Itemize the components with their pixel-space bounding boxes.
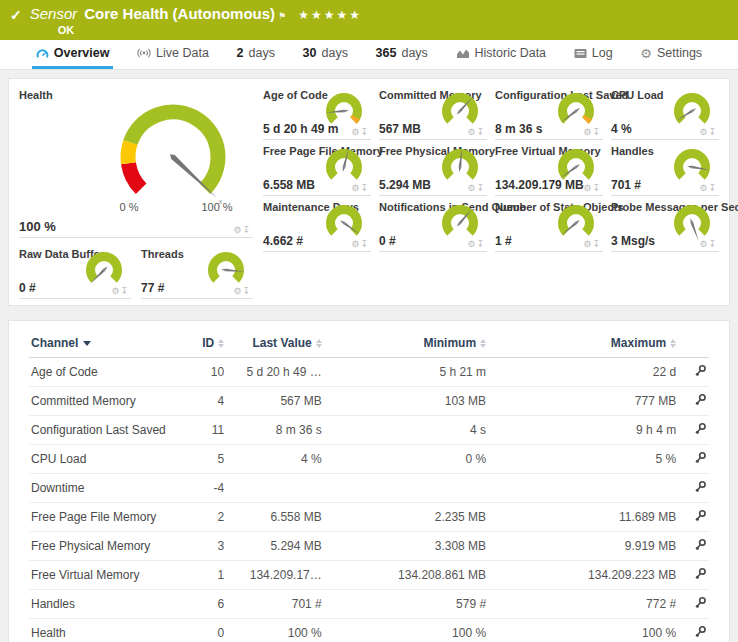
pin-icon[interactable]: ↧ [242, 225, 251, 235]
pin-icon[interactable]: ↧ [592, 127, 601, 137]
gauge-value: 1 # [495, 234, 512, 248]
channel-settings-wrench-icon[interactable] [678, 416, 709, 445]
pin-icon[interactable]: ↧ [360, 183, 369, 193]
tab-historic-data[interactable]: Historic Data [452, 40, 551, 69]
channel-row-configuration-last-saved: Configuration Last Saved118 m 36 s4 s9 h… [29, 416, 709, 445]
cell-min: 103 MB [324, 387, 488, 416]
tab-30-days[interactable]: 30days [299, 40, 352, 69]
column-header-id[interactable]: ID [185, 329, 226, 358]
cell-max [488, 474, 678, 503]
mini-gauge [321, 203, 367, 243]
tab-settings[interactable]: ⚙Settings [636, 40, 706, 69]
pin-icon[interactable]: ↧ [476, 239, 485, 249]
gauge-tile-threads: Threads 77 # ⚙↧ [141, 244, 253, 299]
channel-settings-wrench-icon[interactable] [678, 590, 709, 619]
health-gauge-tile: Health x0 %100 % 100 % ⚙↧ [19, 85, 253, 238]
cell-channel: Free Virtual Memory [29, 561, 185, 590]
column-header-maximum[interactable]: Maximum [488, 329, 678, 358]
gauge-label: Threads [141, 248, 184, 260]
channel-settings-wrench-icon[interactable] [678, 358, 709, 387]
gauge-value: 567 MB [379, 122, 421, 136]
tab-label: Overview [54, 46, 110, 60]
tab-log[interactable]: Log [570, 40, 617, 69]
cell-min: 3.308 MB [324, 532, 488, 561]
flag-icon[interactable]: ⚑ [278, 11, 286, 21]
channel-settings-wrench-icon[interactable] [678, 503, 709, 532]
tab-prefix: 365 [376, 46, 397, 60]
channel-row-age-of-code: Age of Code105 d 20 h 49 …5 h 21 m22 d [29, 358, 709, 387]
channel-settings-wrench-icon[interactable] [678, 561, 709, 590]
gauge-label: Handles [611, 145, 654, 157]
channels-panel: ChannelIDLast ValueMinimumMaximum Age of… [8, 320, 730, 642]
gauge-tile-free-page-file-memory: Free Page File Memory 6.558 MB ⚙↧ [263, 141, 371, 196]
broadcast-icon [137, 47, 151, 59]
pin-icon[interactable]: ↧ [476, 127, 485, 137]
cell-min: 0 % [324, 445, 488, 474]
channel-settings-wrench-icon[interactable] [678, 474, 709, 503]
gauge-tile-cpu-load: CPU Load 4 % ⚙↧ [611, 85, 719, 140]
mini-gauge [437, 203, 483, 243]
channel-settings-wrench-icon[interactable] [678, 532, 709, 561]
pin-icon[interactable]: ↧ [592, 239, 601, 249]
tab-overview[interactable]: Overview [32, 40, 114, 69]
channel-row-downtime: Downtime-4 [29, 474, 709, 503]
column-header-minimum[interactable]: Minimum [324, 329, 488, 358]
page-title: Core Health (Autonomous) [84, 5, 275, 22]
gauge-tile-raw-data-buffer: Raw Data Buffer 0 # ⚙↧ [19, 244, 131, 299]
gauge-tile-handles: Handles 701 # ⚙↧ [611, 141, 719, 196]
pin-icon[interactable]: ↧ [360, 127, 369, 137]
pin-icon[interactable]: ↧ [242, 286, 251, 296]
tab-prefix: 30 [303, 46, 317, 60]
pin-icon[interactable]: ↧ [360, 239, 369, 249]
cell-max: 9.919 MB [488, 532, 678, 561]
channel-settings-wrench-icon[interactable] [678, 387, 709, 416]
pin-icon[interactable]: ↧ [592, 183, 601, 193]
cell-id: -4 [185, 474, 226, 503]
mini-gauge [437, 91, 483, 131]
channel-settings-wrench-icon[interactable] [678, 619, 709, 642]
chart-icon [456, 47, 470, 59]
tab-365-days[interactable]: 365days [372, 40, 432, 69]
tab-2-days[interactable]: 2days [233, 40, 279, 69]
cell-id: 5 [185, 445, 226, 474]
cell-last [226, 474, 324, 503]
sort-icon [316, 339, 322, 348]
cell-id: 1 [185, 561, 226, 590]
tab-live-data[interactable]: Live Data [133, 40, 213, 69]
cell-channel: Handles [29, 590, 185, 619]
gauge-value: 4 % [611, 122, 632, 136]
mini-gauge [437, 147, 483, 187]
mini-gauge [669, 91, 715, 131]
column-header-channel[interactable]: Channel [29, 329, 185, 358]
priority-stars[interactable]: ★★★★★ [298, 8, 362, 22]
pin-icon[interactable]: ↧ [708, 183, 717, 193]
tab-label: Settings [657, 46, 702, 60]
cell-channel: Committed Memory [29, 387, 185, 416]
sort-icon [670, 339, 676, 348]
cell-max: 777 MB [488, 387, 678, 416]
channel-row-committed-memory: Committed Memory4567 MB103 MB777 MB [29, 387, 709, 416]
status-badge: OK [58, 24, 362, 36]
tab-label: days [249, 46, 275, 60]
sort-icon [480, 339, 486, 348]
gauge-tile-notifications-in-send-queue: Notifications in Send Queue 0 # ⚙↧ [379, 197, 487, 252]
tab-label: days [401, 46, 427, 60]
pin-icon[interactable]: ↧ [708, 127, 717, 137]
cell-max: 11.689 MB [488, 503, 678, 532]
pin-icon[interactable]: ↧ [708, 239, 717, 249]
channel-row-free-physical-memory: Free Physical Memory35.294 MB3.308 MB9.9… [29, 532, 709, 561]
cell-max: 22 d [488, 358, 678, 387]
gauge-value: 0 # [19, 281, 36, 295]
mini-gauge [553, 91, 599, 131]
pin-icon[interactable]: ↧ [476, 183, 485, 193]
channel-row-health: Health0100 %100 %100 % [29, 619, 709, 642]
cell-last: 6.558 MB [226, 503, 324, 532]
cell-id: 0 [185, 619, 226, 642]
cell-last: 134.209.17… [226, 561, 324, 590]
column-header-last-value[interactable]: Last Value [226, 329, 324, 358]
channel-settings-wrench-icon[interactable] [678, 445, 709, 474]
gauge-value: 4.662 # [263, 234, 303, 248]
cell-channel: Age of Code [29, 358, 185, 387]
cell-min: 579 # [324, 590, 488, 619]
pin-icon[interactable]: ↧ [120, 286, 129, 296]
